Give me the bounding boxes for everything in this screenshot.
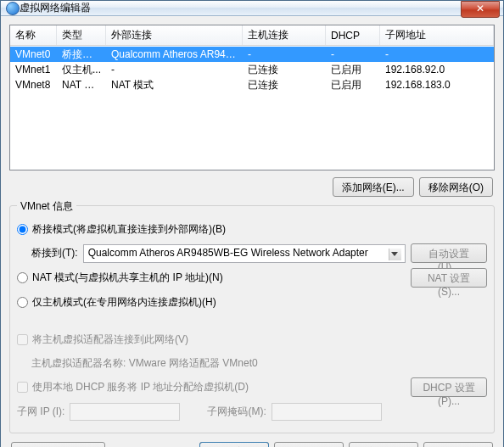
table-buttons: 添加网络(E)... 移除网络(O): [9, 170, 495, 204]
cell-subnet: 192.168.92.0: [380, 61, 494, 78]
subnet-mask-input: [272, 403, 382, 421]
bridge-mode-row: 桥接模式(将虚拟机直接连接到外部网络)(B): [17, 220, 487, 238]
cell-host: 已连接: [243, 75, 326, 95]
dhcp-row: 使用本地 DHCP 服务将 IP 地址分配给虚拟机(D) DHCP 设置(P).…: [17, 377, 487, 397]
host-adapter-row: 主机虚拟适配器名称: VMware 网络适配器 VMnet0: [17, 354, 487, 372]
dhcp-set-button[interactable]: DHCP 设置(P)...: [411, 377, 487, 397]
nat-set-button[interactable]: NAT 设置(S)...: [411, 268, 487, 288]
col-name[interactable]: 名称: [10, 25, 57, 45]
network-table: 名称 类型 外部连接 主机连接 DHCP 子网地址 VMnet0 桥接模式 Qu…: [9, 25, 495, 170]
bridge-adapter-combo[interactable]: Qualcomm Atheros AR9485WB-EG Wireless Ne…: [83, 244, 406, 263]
add-network-button[interactable]: 添加网络(E)...: [333, 177, 414, 197]
nat-label: NAT 模式(与虚拟机共享主机的 IP 地址)(N): [32, 271, 223, 285]
cell-ext: NAT 模式: [106, 75, 243, 95]
window-title: 虚拟网络编辑器: [20, 1, 498, 15]
cell-subnet: -: [380, 46, 494, 63]
ok-button[interactable]: 确定: [199, 442, 269, 447]
bridge-label: 桥接模式(将虚拟机直接连接到外部网络)(B): [32, 222, 226, 237]
subnet-row: 子网 IP (I): 子网掩码(M):: [17, 402, 487, 421]
cell-name: VMnet8: [10, 76, 57, 93]
nat-mode-row: NAT 模式(与虚拟机共享主机的 IP 地址)(N) NAT 设置(S)...: [17, 268, 487, 288]
dhcp-label: 使用本地 DHCP 服务将 IP 地址分配给虚拟机(D): [32, 380, 249, 394]
dialog-buttons: 还原默认设置(R) 确定 取消 应用(A) 帮助: [9, 433, 495, 447]
hostonly-label: 仅主机模式(在专用网络内连接虚拟机)(H): [32, 295, 216, 310]
col-host[interactable]: 主机连接: [243, 25, 326, 45]
col-type[interactable]: 类型: [57, 25, 106, 45]
table-header: 名称 类型 外部连接 主机连接 DHCP 子网地址: [10, 25, 494, 46]
connect-host-checkbox: [17, 334, 28, 345]
host-adapter-text: 主机虚拟适配器名称: VMware 网络适配器 VMnet0: [31, 356, 258, 371]
bridge-radio[interactable]: [17, 224, 28, 235]
remove-network-button[interactable]: 移除网络(O): [419, 177, 493, 197]
col-ext[interactable]: 外部连接: [106, 25, 243, 45]
cell-dhcp: 已启用: [326, 75, 380, 95]
hostonly-radio[interactable]: [17, 297, 28, 308]
cell-ext: Qualcomm Atheros AR9485...: [106, 46, 243, 63]
vmnet-info-legend: VMnet 信息: [17, 199, 76, 214]
subnet-ip-label: 子网 IP (I):: [17, 405, 64, 419]
bridge-to-label: 桥接到(T):: [31, 246, 78, 260]
cell-type: NAT 模式: [57, 75, 106, 95]
titlebar[interactable]: 虚拟网络编辑器 ✕: [1, 1, 503, 16]
table-body: VMnet0 桥接模式 Qualcomm Atheros AR9485... -…: [10, 46, 494, 92]
dhcp-checkbox: [17, 382, 28, 393]
chevron-down-icon: [391, 252, 398, 256]
vmnet-info-group: VMnet 信息 桥接模式(将虚拟机直接连接到外部网络)(B) 桥接到(T): …: [9, 205, 495, 433]
close-button[interactable]: ✕: [461, 1, 500, 18]
bridge-combo-value: Qualcomm Atheros AR9485WB-EG Wireless Ne…: [88, 247, 368, 259]
virtual-network-editor-window: 虚拟网络编辑器 ✕ 名称 类型 外部连接 主机连接 DHCP 子网地址 VMne…: [0, 0, 504, 447]
subnet-ip-input: [70, 403, 180, 421]
cancel-button[interactable]: 取消: [274, 442, 344, 447]
cell-name: VMnet0: [10, 46, 57, 63]
cell-name: VMnet1: [10, 61, 57, 78]
connect-host-label: 将主机虚拟适配器连接到此网络(V): [32, 332, 188, 347]
content-area: 名称 类型 外部连接 主机连接 DHCP 子网地址 VMnet0 桥接模式 Qu…: [1, 16, 503, 447]
auto-set-button[interactable]: 自动设置(U)...: [411, 243, 487, 263]
help-button[interactable]: 帮助: [423, 442, 493, 447]
close-icon: ✕: [476, 3, 484, 14]
table-row[interactable]: VMnet8 NAT 模式 NAT 模式 已连接 已启用 192.168.183…: [10, 77, 494, 92]
bridge-to-row: 桥接到(T): Qualcomm Atheros AR9485WB-EG Wir…: [17, 243, 487, 263]
apply-button[interactable]: 应用(A): [349, 442, 418, 447]
restore-defaults-button[interactable]: 还原默认设置(R): [11, 442, 105, 447]
connect-host-row: 将主机虚拟适配器连接到此网络(V): [17, 330, 487, 349]
hostonly-mode-row: 仅主机模式(在专用网络内连接虚拟机)(H): [17, 293, 487, 311]
nat-radio[interactable]: [17, 272, 28, 283]
app-icon: [6, 2, 20, 15]
col-dhcp[interactable]: DHCP: [326, 25, 380, 45]
subnet-mask-label: 子网掩码(M):: [207, 405, 266, 419]
cell-subnet: 192.168.183.0: [380, 76, 494, 93]
col-subnet[interactable]: 子网地址: [380, 25, 494, 45]
